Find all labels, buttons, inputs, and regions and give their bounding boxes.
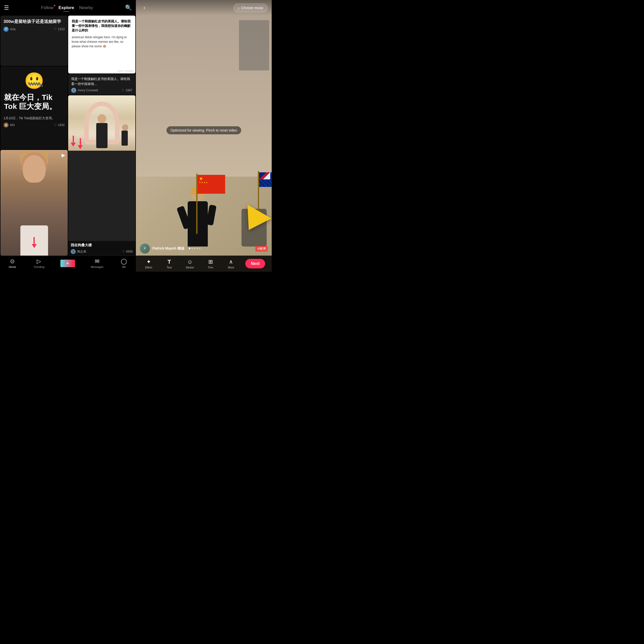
card-emoji-likes: ♡ 1832 bbox=[54, 123, 65, 127]
dot-5 bbox=[199, 248, 200, 249]
toolbar-text[interactable]: T Text bbox=[163, 259, 176, 269]
dot-3 bbox=[194, 248, 195, 249]
person-figure bbox=[188, 187, 208, 247]
right-panel: ★ ★ ★ ★ ★ ✦ ✦ bbox=[136, 0, 272, 272]
dot-2 bbox=[191, 248, 193, 249]
left-panel: ☰ Follow Explore Nearby 🔍 300w是留给孩子还是送她留… bbox=[0, 0, 136, 272]
building-author-avatar: 👤 bbox=[71, 249, 76, 254]
card-300w-title: 300w是留给孩子还是送她留学 bbox=[4, 19, 65, 25]
dot-1 bbox=[189, 248, 190, 249]
nav-tabs: Follow Explore Nearby bbox=[14, 5, 120, 10]
card-300w-meta: 🌍 Aria ♡ 1313 bbox=[4, 27, 65, 32]
trending-icon: ▷ bbox=[37, 258, 41, 265]
card-building-likes: ♡ 6656 bbox=[122, 250, 133, 254]
back-icon: ‹ bbox=[143, 5, 145, 11]
tab-explore[interactable]: Explore bbox=[58, 5, 74, 10]
card-meme-likes: ♡ 1987 bbox=[122, 89, 132, 92]
toolbar-more[interactable]: ∧ More bbox=[225, 259, 237, 269]
creator-name: Patrick Mayoh 梅迪 bbox=[152, 246, 184, 251]
video-scene[interactable]: ★ ★ ★ ★ ★ ✦ ✦ bbox=[136, 0, 272, 272]
card-300w-likes: ♡ 1313 bbox=[54, 27, 65, 31]
tab-nearby[interactable]: Nearby bbox=[79, 5, 93, 10]
heart-icon-4: ♡ bbox=[122, 250, 125, 254]
card-emoji-main: 就在今日，Tik Tok 巨大变局。 bbox=[4, 93, 64, 111]
video-header: ‹ ♪ Choose music bbox=[136, 0, 272, 16]
card-300w-author: 🌍 Aria bbox=[4, 27, 15, 32]
card-meme-meta: 👤 Avery Cornwell ♡ 1987 bbox=[71, 88, 132, 93]
nav-home[interactable]: ⊙ Home bbox=[9, 258, 16, 268]
card-building-meta: 我在狗叠大楼 👤 陶志勇 ♡ 6656 bbox=[68, 241, 135, 256]
card-meme-desc[interactable]: 我是一个刚接触红皮书的美国人。请给我看一些中国表情... 👤 Avery Cor… bbox=[68, 74, 135, 95]
nav-trending[interactable]: ▷ Trending bbox=[33, 258, 44, 268]
card-meme-author: 👤 Avery Cornwell bbox=[71, 88, 98, 93]
play-icon: ▶ bbox=[62, 152, 65, 158]
card-meme-desc-text: 我是一个刚接触红皮书的美国人。请给我看一些中国表情... bbox=[71, 76, 132, 86]
nav-add[interactable]: + bbox=[62, 260, 73, 267]
card-building-card-meta: 👤 陶志勇 ♡ 6656 bbox=[71, 249, 133, 254]
home-icon: ⊙ bbox=[10, 258, 15, 265]
top-nav: ☰ Follow Explore Nearby 🔍 bbox=[0, 0, 136, 16]
messages-icon: ✉ bbox=[95, 258, 99, 265]
music-label: Choose music bbox=[241, 6, 263, 10]
me-icon: ◯ bbox=[121, 258, 127, 265]
card-emoji-meta: 🐶 MG ♡ 1832 bbox=[4, 123, 65, 128]
video-toolbar: ✦ Effect T Text ☺ Sticker ⊞ Trim ∧ More … bbox=[136, 256, 272, 272]
choose-music-button[interactable]: ♪ Choose music bbox=[233, 4, 268, 12]
author-avatar: 🌍 bbox=[4, 27, 9, 32]
creator-bar: P Patrick Mayoh 梅迪 小红书 bbox=[136, 241, 272, 256]
text-icon: T bbox=[168, 259, 171, 265]
toolbar-trim[interactable]: ⊞ Trim bbox=[204, 259, 217, 269]
next-button[interactable]: Next bbox=[245, 259, 265, 268]
music-icon: ♪ bbox=[238, 6, 240, 10]
search-icon[interactable]: 🔍 bbox=[125, 5, 132, 11]
card-girl[interactable]: ▶ bbox=[1, 150, 68, 256]
xiaohongshu-badge: 小红书 bbox=[255, 246, 268, 252]
card-meme-body-en: american tiktok refugee here. i'm dying … bbox=[72, 35, 132, 49]
notification-dot bbox=[54, 5, 55, 6]
more-icon: ∧ bbox=[229, 259, 233, 265]
nav-messages[interactable]: ✉ Messages bbox=[91, 258, 103, 268]
optimized-text: Optimized for viewing. Pinch to reset vi… bbox=[167, 126, 241, 134]
toolbar-sticker[interactable]: ☺ Sticker bbox=[184, 259, 196, 269]
card-meme[interactable]: 我是一个刚接触红皮书的美国人。请给我看一些中国表情包，我很想知道你的幽默是什么样… bbox=[68, 16, 135, 73]
back-button[interactable]: ‹ bbox=[140, 3, 149, 12]
creator-dots bbox=[189, 248, 200, 249]
content-grid: 300w是留给孩子还是送她留学 🌍 Aria ♡ 1313 bbox=[0, 16, 136, 256]
right-column: 我是一个刚接触红皮书的美国人。请给我看一些中国表情包，我很想知道你的幽默是什么样… bbox=[68, 16, 135, 256]
trim-icon: ⊞ bbox=[208, 259, 213, 265]
creator-avatar: P bbox=[140, 244, 150, 254]
effect-icon: ✦ bbox=[146, 259, 151, 265]
dot-4 bbox=[196, 248, 198, 249]
card-building-author: 👤 陶志勇 bbox=[71, 249, 86, 254]
menu-icon[interactable]: ☰ bbox=[4, 5, 9, 11]
nav-me[interactable]: ◯ Me bbox=[121, 258, 127, 268]
china-flag: ★ ★ ★ ★ ★ bbox=[191, 174, 197, 234]
left-column: 300w是留给孩子还是送她留学 🌍 Aria ♡ 1313 bbox=[1, 16, 68, 256]
add-button[interactable]: + bbox=[62, 260, 73, 267]
meme-footer: Avery / XHSeed bbox=[117, 70, 133, 72]
tab-follow[interactable]: Follow bbox=[41, 5, 53, 10]
card-300w[interactable]: 300w是留给孩子还是送她留学 🌍 Aria ♡ 1313 bbox=[1, 16, 68, 66]
shelf-bg bbox=[239, 20, 269, 70]
card-emoji[interactable]: 🤐 就在今日，Tik Tok 巨大变局。 1月10日，Tik Tok或面临巨大变… bbox=[1, 66, 68, 149]
card-building[interactable]: 我在狗叠大楼 👤 陶志勇 ♡ 6656 bbox=[68, 95, 135, 256]
heart-icon-3: ♡ bbox=[122, 89, 125, 92]
emoji-author-avatar: 🐶 bbox=[4, 123, 9, 128]
toolbar-effect[interactable]: ✦ Effect bbox=[142, 259, 155, 269]
meme-author-avatar: 👤 bbox=[71, 88, 76, 93]
sticker-icon: ☺ bbox=[187, 259, 192, 265]
person-body bbox=[188, 201, 208, 247]
heart-icon-2: ♡ bbox=[54, 123, 57, 127]
girl-face bbox=[23, 155, 46, 183]
heart-icon: ♡ bbox=[54, 27, 57, 31]
card-meme-title-cn: 我是一个刚接触红皮书的美国人。请给我看一些中国表情包，我很想知道你的幽默是什么样… bbox=[72, 19, 132, 33]
card-emoji-author: 🐶 MG bbox=[4, 123, 15, 128]
emoji-icon: 🤐 bbox=[24, 71, 44, 90]
card-emoji-sub: 1月10日，Tik Tok或面临巨大变局。 bbox=[4, 116, 65, 120]
card-building-title: 我在狗叠大楼 bbox=[71, 243, 133, 248]
bottom-nav: ⊙ Home ▷ Trending + ✉ Messages ◯ Me bbox=[0, 256, 136, 272]
